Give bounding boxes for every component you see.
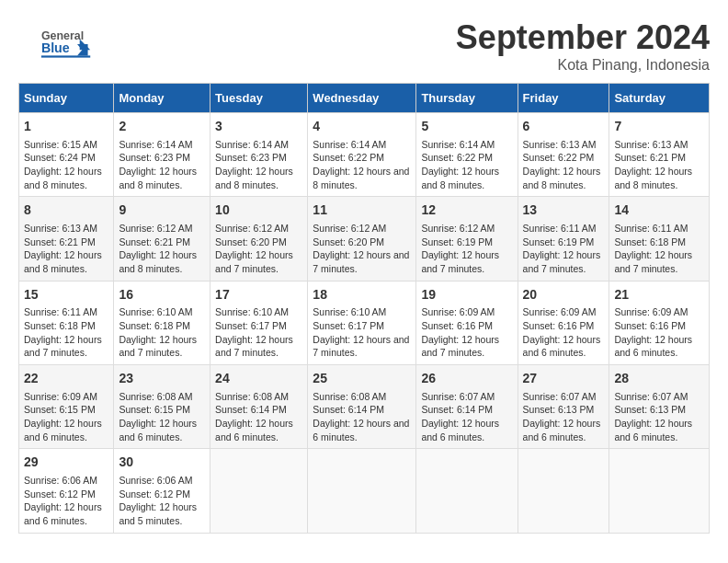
- page-subtitle: Kota Pinang, Indonesia: [456, 57, 710, 74]
- calendar-week-row: 15Sunrise: 6:11 AMSunset: 6:18 PMDayligh…: [19, 281, 710, 364]
- day-number: 11: [313, 201, 411, 220]
- svg-text:Blue: Blue: [41, 40, 70, 55]
- calendar-week-row: 22Sunrise: 6:09 AMSunset: 6:15 PMDayligh…: [19, 365, 710, 449]
- calendar-cell: 8Sunrise: 6:13 AMSunset: 6:21 PMDaylight…: [19, 197, 114, 281]
- calendar-week-row: 29Sunrise: 6:06 AMSunset: 6:12 PMDayligh…: [19, 449, 710, 533]
- day-number: 4: [313, 118, 411, 136]
- cell-details: Sunrise: 6:08 AMSunset: 6:14 PMDaylight:…: [313, 390, 411, 444]
- title-block: September 2024 Kota Pinang, Indonesia: [456, 18, 710, 74]
- calendar-cell: [210, 449, 308, 533]
- cell-details: Sunrise: 6:07 AMSunset: 6:13 PMDaylight:…: [523, 390, 605, 444]
- cell-details: Sunrise: 6:13 AMSunset: 6:21 PMDaylight:…: [24, 222, 108, 276]
- day-number: 28: [614, 370, 704, 388]
- cell-details: Sunrise: 6:11 AMSunset: 6:18 PMDaylight:…: [614, 222, 704, 276]
- cell-details: Sunrise: 6:12 AMSunset: 6:19 PMDaylight:…: [421, 222, 512, 276]
- calendar-week-row: 8Sunrise: 6:13 AMSunset: 6:21 PMDaylight…: [19, 197, 710, 281]
- column-header-monday: Monday: [114, 84, 210, 113]
- calendar-cell: 14Sunrise: 6:11 AMSunset: 6:18 PMDayligh…: [609, 197, 710, 281]
- calendar-cell: 12Sunrise: 6:12 AMSunset: 6:19 PMDayligh…: [416, 197, 518, 281]
- calendar-cell: 13Sunrise: 6:11 AMSunset: 6:19 PMDayligh…: [518, 197, 609, 281]
- calendar-cell: 1Sunrise: 6:15 AMSunset: 6:24 PMDaylight…: [19, 113, 114, 197]
- day-number: 9: [119, 201, 205, 220]
- day-number: 12: [421, 201, 512, 220]
- cell-details: Sunrise: 6:12 AMSunset: 6:20 PMDaylight:…: [313, 222, 411, 276]
- calendar-cell: 7Sunrise: 6:13 AMSunset: 6:21 PMDaylight…: [609, 113, 710, 197]
- calendar-cell: [609, 449, 710, 533]
- svg-rect-4: [41, 55, 90, 57]
- cell-details: Sunrise: 6:08 AMSunset: 6:14 PMDaylight:…: [215, 390, 302, 444]
- day-number: 16: [119, 286, 205, 304]
- calendar-header-row: SundayMondayTuesdayWednesdayThursdayFrid…: [19, 84, 710, 113]
- day-number: 21: [614, 286, 704, 304]
- cell-details: Sunrise: 6:13 AMSunset: 6:22 PMDaylight:…: [523, 138, 605, 192]
- calendar-cell: 17Sunrise: 6:10 AMSunset: 6:17 PMDayligh…: [210, 281, 308, 364]
- column-header-wednesday: Wednesday: [308, 84, 416, 113]
- cell-details: Sunrise: 6:12 AMSunset: 6:21 PMDaylight:…: [119, 222, 205, 276]
- cell-details: Sunrise: 6:10 AMSunset: 6:18 PMDaylight:…: [119, 305, 205, 360]
- cell-details: Sunrise: 6:11 AMSunset: 6:19 PMDaylight:…: [523, 222, 605, 276]
- page-header: General Blue September 2024 Kota Pinang,…: [18, 18, 710, 74]
- day-number: 8: [24, 201, 108, 220]
- column-header-thursday: Thursday: [416, 84, 518, 113]
- cell-details: Sunrise: 6:06 AMSunset: 6:12 PMDaylight:…: [119, 474, 205, 528]
- calendar-cell: 30Sunrise: 6:06 AMSunset: 6:12 PMDayligh…: [114, 449, 210, 533]
- calendar-cell: 25Sunrise: 6:08 AMSunset: 6:14 PMDayligh…: [308, 365, 416, 449]
- day-number: 30: [119, 454, 205, 472]
- cell-details: Sunrise: 6:09 AMSunset: 6:16 PMDaylight:…: [421, 305, 512, 360]
- day-number: 5: [421, 118, 512, 136]
- calendar-cell: 4Sunrise: 6:14 AMSunset: 6:22 PMDaylight…: [308, 113, 416, 197]
- day-number: 29: [24, 454, 108, 472]
- cell-details: Sunrise: 6:09 AMSunset: 6:15 PMDaylight:…: [24, 390, 108, 444]
- day-number: 7: [614, 118, 704, 136]
- calendar-table: SundayMondayTuesdayWednesdayThursdayFrid…: [18, 83, 710, 534]
- day-number: 20: [523, 286, 605, 304]
- cell-details: Sunrise: 6:09 AMSunset: 6:16 PMDaylight:…: [523, 305, 605, 360]
- column-header-friday: Friday: [518, 84, 609, 113]
- column-header-tuesday: Tuesday: [210, 84, 308, 113]
- cell-details: Sunrise: 6:11 AMSunset: 6:18 PMDaylight:…: [24, 305, 108, 360]
- cell-details: Sunrise: 6:09 AMSunset: 6:16 PMDaylight:…: [614, 305, 704, 360]
- cell-details: Sunrise: 6:10 AMSunset: 6:17 PMDaylight:…: [313, 305, 411, 360]
- day-number: 26: [421, 370, 512, 388]
- cell-details: Sunrise: 6:10 AMSunset: 6:17 PMDaylight:…: [215, 305, 302, 360]
- calendar-cell: 21Sunrise: 6:09 AMSunset: 6:16 PMDayligh…: [609, 281, 710, 364]
- cell-details: Sunrise: 6:08 AMSunset: 6:15 PMDaylight:…: [119, 390, 205, 444]
- calendar-week-row: 1Sunrise: 6:15 AMSunset: 6:24 PMDaylight…: [19, 113, 710, 197]
- cell-details: Sunrise: 6:12 AMSunset: 6:20 PMDaylight:…: [215, 222, 302, 276]
- day-number: 1: [24, 118, 108, 136]
- svg-marker-3: [80, 40, 91, 51]
- calendar-cell: 11Sunrise: 6:12 AMSunset: 6:20 PMDayligh…: [308, 197, 416, 281]
- calendar-cell: 10Sunrise: 6:12 AMSunset: 6:20 PMDayligh…: [210, 197, 308, 281]
- logo-svg: General Blue: [18, 18, 92, 69]
- day-number: 2: [119, 118, 205, 136]
- calendar-cell: 9Sunrise: 6:12 AMSunset: 6:21 PMDaylight…: [114, 197, 210, 281]
- calendar-cell: 3Sunrise: 6:14 AMSunset: 6:23 PMDaylight…: [210, 113, 308, 197]
- calendar-cell: 16Sunrise: 6:10 AMSunset: 6:18 PMDayligh…: [114, 281, 210, 364]
- page-title: September 2024: [456, 18, 710, 57]
- calendar-cell: 23Sunrise: 6:08 AMSunset: 6:15 PMDayligh…: [114, 365, 210, 449]
- calendar-cell: 28Sunrise: 6:07 AMSunset: 6:13 PMDayligh…: [609, 365, 710, 449]
- cell-details: Sunrise: 6:14 AMSunset: 6:22 PMDaylight:…: [313, 138, 411, 192]
- day-number: 13: [523, 201, 605, 220]
- day-number: 19: [421, 286, 512, 304]
- day-number: 18: [313, 286, 411, 304]
- calendar-cell: 20Sunrise: 6:09 AMSunset: 6:16 PMDayligh…: [518, 281, 609, 364]
- cell-details: Sunrise: 6:15 AMSunset: 6:24 PMDaylight:…: [24, 138, 108, 192]
- calendar-cell: 27Sunrise: 6:07 AMSunset: 6:13 PMDayligh…: [518, 365, 609, 449]
- calendar-cell: 24Sunrise: 6:08 AMSunset: 6:14 PMDayligh…: [210, 365, 308, 449]
- day-number: 10: [215, 201, 302, 220]
- cell-details: Sunrise: 6:14 AMSunset: 6:23 PMDaylight:…: [215, 138, 302, 192]
- column-header-sunday: Sunday: [19, 84, 114, 113]
- day-number: 14: [614, 201, 704, 220]
- calendar-cell: 5Sunrise: 6:14 AMSunset: 6:22 PMDaylight…: [416, 113, 518, 197]
- calendar-cell: 29Sunrise: 6:06 AMSunset: 6:12 PMDayligh…: [19, 449, 114, 533]
- calendar-cell: 6Sunrise: 6:13 AMSunset: 6:22 PMDaylight…: [518, 113, 609, 197]
- calendar-cell: [308, 449, 416, 533]
- calendar-cell: 15Sunrise: 6:11 AMSunset: 6:18 PMDayligh…: [19, 281, 114, 364]
- day-number: 27: [523, 370, 605, 388]
- calendar-cell: 2Sunrise: 6:14 AMSunset: 6:23 PMDaylight…: [114, 113, 210, 197]
- day-number: 17: [215, 286, 302, 304]
- logo: General Blue: [18, 18, 92, 69]
- cell-details: Sunrise: 6:07 AMSunset: 6:13 PMDaylight:…: [614, 390, 704, 444]
- calendar-cell: 19Sunrise: 6:09 AMSunset: 6:16 PMDayligh…: [416, 281, 518, 364]
